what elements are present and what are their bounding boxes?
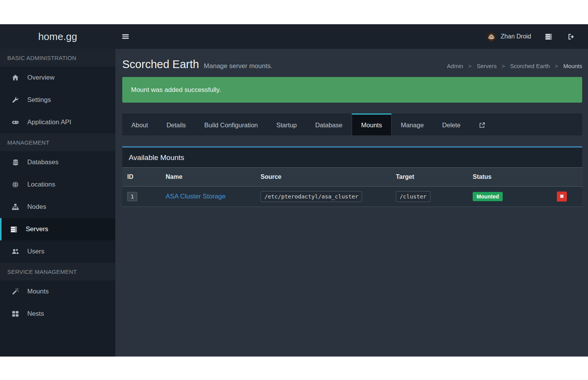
tab-build-configuration[interactable]: Build Configuration: [195, 113, 267, 135]
users-icon: [12, 248, 19, 255]
magic-wand-icon: [12, 288, 19, 295]
sidebar-item-label: Servers: [26, 225, 48, 233]
admin-panel-app: home.gg: [0, 24, 588, 357]
sidebar-item-overview[interactable]: Overview: [0, 67, 115, 89]
mount-name-link[interactable]: ASA Cluster Storage: [166, 193, 226, 200]
user-menu[interactable]: Zhan Droid: [480, 24, 537, 49]
table-row: 1 ASA Cluster Storage /etc/pterodactyl/a…: [122, 187, 583, 207]
unmount-button[interactable]: ✖: [557, 192, 567, 202]
column-header-status: Status: [468, 168, 541, 187]
home-icon: [12, 74, 19, 81]
column-header-name: Name: [161, 168, 256, 187]
tab-about[interactable]: About: [122, 113, 157, 135]
sidebar-item-label: Databases: [27, 158, 58, 166]
sidebar-section-basic-administration: BASIC ADMINISTRATION: [0, 49, 115, 67]
table-header-row: ID Name Source Target Status: [122, 168, 583, 187]
sidebar-item-databases[interactable]: Databases: [0, 151, 115, 173]
user-name: Zhan Droid: [501, 33, 531, 40]
sidebar-item-label: Overview: [27, 74, 55, 82]
grid-icon: [12, 310, 19, 317]
sidebar-item-users[interactable]: Users: [0, 240, 115, 263]
breadcrumb-separator: >: [502, 63, 505, 69]
topbar: home.gg: [0, 24, 588, 49]
column-header-id: ID: [122, 168, 161, 187]
breadcrumb-separator: >: [468, 63, 472, 69]
globe-icon: [12, 181, 19, 188]
sitemap-icon: [12, 203, 19, 210]
sidebar-item-label: Nodes: [27, 203, 46, 211]
sidebar-item-nests[interactable]: Nests: [0, 303, 115, 325]
sidebar-item-nodes[interactable]: Nodes: [0, 196, 115, 218]
topbar-right: Zhan Droid: [480, 24, 588, 49]
sidebar-item-mounts[interactable]: Mounts: [0, 280, 115, 303]
sidebar-item-label: Settings: [27, 96, 51, 104]
breadcrumb: Admin > Servers > Scorched Earth > Mount…: [447, 63, 582, 71]
times-icon: ✖: [560, 193, 564, 199]
sidebar-item-label: Mounts: [27, 288, 49, 295]
tab-mounts[interactable]: Mounts: [352, 113, 392, 135]
external-link-icon: [479, 122, 485, 128]
sign-out-icon: [568, 33, 575, 40]
main-content: Scorched Earth Manage server mounts. Adm…: [115, 49, 588, 357]
server-icon: [10, 226, 18, 233]
mount-source-path: /etc/pterodactyl/asa_cluster: [261, 191, 362, 202]
tab-details[interactable]: Details: [157, 113, 195, 135]
gamepad-icon: [12, 119, 19, 126]
success-alert-message: Mount was added successfully.: [131, 86, 221, 94]
sidebar-item-label: Users: [27, 248, 44, 255]
sidebar-item-label: Locations: [27, 181, 55, 188]
breadcrumb-servers[interactable]: Servers: [477, 63, 497, 69]
column-header-source: Source: [256, 168, 391, 187]
sidebar-item-locations[interactable]: Locations: [0, 173, 115, 196]
servers-shortcut-button[interactable]: [537, 24, 560, 49]
tab-database[interactable]: Database: [306, 113, 352, 135]
column-header-target: Target: [391, 168, 468, 187]
sidebar-toggle-button[interactable]: [115, 24, 135, 49]
breadcrumb-admin[interactable]: Admin: [447, 63, 463, 69]
sidebar-item-label: Nests: [27, 310, 44, 318]
sidebar-section-service-management: SERVICE MANAGEMENT: [0, 263, 115, 280]
brand-link[interactable]: home.gg: [0, 24, 115, 49]
database-icon: [12, 159, 19, 166]
sidebar-item-servers[interactable]: Servers: [0, 218, 115, 240]
mount-status-badge: Mounted: [473, 192, 503, 201]
success-alert: Mount was added successfully.: [122, 77, 582, 103]
tab-manage[interactable]: Manage: [392, 113, 433, 135]
page-title: Scorched Earth: [122, 58, 199, 70]
bars-icon: [122, 33, 129, 40]
sidebar-item-label: Application API: [27, 118, 71, 126]
sidebar-item-settings[interactable]: Settings: [0, 89, 115, 111]
wrench-icon: [12, 97, 19, 103]
avatar: [486, 32, 497, 42]
tab-startup[interactable]: Startup: [267, 113, 306, 135]
mount-id-chip: 1: [127, 192, 137, 201]
screenshot-canvas: home.gg: [0, 0, 588, 380]
sidebar: BASIC ADMINISTRATION Overview Settings: [0, 49, 115, 357]
column-header-actions: [541, 168, 583, 187]
sidebar-section-management: MANAGEMENT: [0, 133, 115, 151]
breadcrumb-server-name[interactable]: Scorched Earth: [510, 63, 550, 69]
server-stack-icon: [545, 33, 552, 40]
open-server-frontend-button[interactable]: [470, 113, 495, 135]
content-header: Scorched Earth Manage server mounts. Adm…: [122, 49, 582, 72]
breadcrumb-current-mounts: Mounts: [563, 63, 582, 69]
page-subtitle: Manage server mounts.: [204, 62, 272, 70]
panel-title: Available Mounts: [122, 148, 582, 167]
sidebar-item-application-api[interactable]: Application API: [0, 111, 115, 133]
mount-target-path: /cluster: [396, 191, 430, 202]
logout-button[interactable]: [560, 24, 583, 49]
breadcrumb-separator: >: [555, 63, 558, 69]
tab-delete[interactable]: Delete: [433, 113, 470, 135]
server-tabs: About Details Build Configuration Startu…: [122, 113, 582, 135]
available-mounts-panel: Available Mounts ID Name Source Target S: [122, 146, 582, 207]
mounts-table: ID Name Source Target Status 1: [122, 167, 583, 207]
